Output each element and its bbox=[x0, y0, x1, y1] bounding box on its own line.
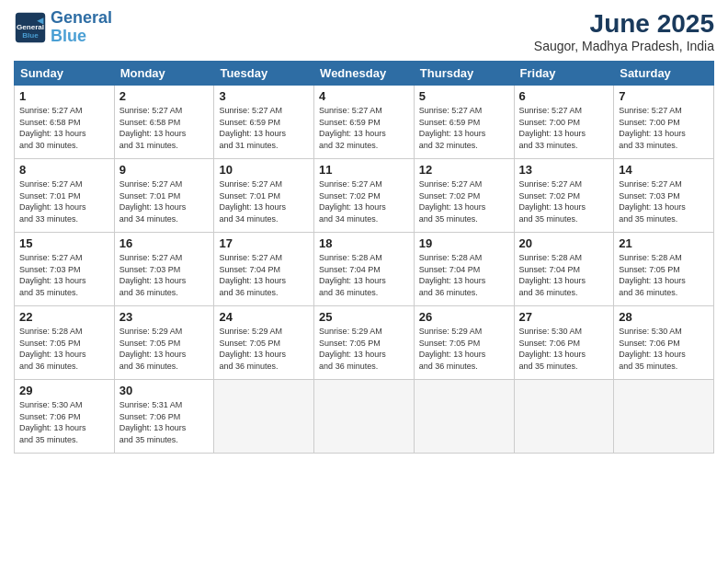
day-info: Sunrise: 5:27 AM Sunset: 6:58 PM Dayligh… bbox=[19, 105, 109, 151]
day-number: 1 bbox=[19, 89, 109, 103]
day-info: Sunrise: 5:27 AM Sunset: 7:03 PM Dayligh… bbox=[119, 252, 210, 298]
logo-icon: General Blue bbox=[14, 11, 47, 44]
day-info: Sunrise: 5:27 AM Sunset: 7:01 PM Dayligh… bbox=[219, 178, 309, 224]
header-saturday: Saturday bbox=[614, 62, 714, 86]
calendar-cell: 27Sunrise: 5:30 AM Sunset: 7:06 PM Dayli… bbox=[514, 306, 614, 380]
day-info: Sunrise: 5:27 AM Sunset: 7:02 PM Dayligh… bbox=[419, 178, 509, 224]
day-number: 16 bbox=[119, 236, 210, 250]
calendar-cell bbox=[514, 380, 614, 454]
day-info: Sunrise: 5:27 AM Sunset: 7:02 PM Dayligh… bbox=[519, 178, 609, 224]
calendar-cell: 9Sunrise: 5:27 AM Sunset: 7:01 PM Daylig… bbox=[114, 159, 214, 233]
day-info: Sunrise: 5:31 AM Sunset: 7:06 PM Dayligh… bbox=[119, 399, 210, 445]
day-number: 9 bbox=[119, 163, 210, 177]
day-info: Sunrise: 5:30 AM Sunset: 7:06 PM Dayligh… bbox=[519, 326, 609, 372]
header-row: Sunday Monday Tuesday Wednesday Thursday… bbox=[15, 62, 714, 86]
calendar-cell bbox=[614, 380, 714, 454]
day-number: 7 bbox=[619, 89, 709, 103]
day-number: 4 bbox=[319, 89, 409, 103]
calendar-cell: 22Sunrise: 5:28 AM Sunset: 7:05 PM Dayli… bbox=[15, 306, 115, 380]
calendar-week-1: 1Sunrise: 5:27 AM Sunset: 6:58 PM Daylig… bbox=[15, 86, 714, 159]
day-number: 30 bbox=[119, 384, 210, 397]
header-wednesday: Wednesday bbox=[314, 62, 415, 86]
calendar-cell bbox=[214, 380, 314, 454]
day-number: 3 bbox=[219, 89, 309, 103]
logo: General Blue GeneralBlue bbox=[14, 9, 112, 46]
day-number: 27 bbox=[519, 310, 609, 324]
calendar-cell: 20Sunrise: 5:28 AM Sunset: 7:04 PM Dayli… bbox=[514, 233, 614, 306]
day-info: Sunrise: 5:27 AM Sunset: 7:02 PM Dayligh… bbox=[319, 178, 409, 224]
calendar-title: June 2025 bbox=[534, 9, 714, 39]
header-tuesday: Tuesday bbox=[214, 62, 314, 86]
calendar-cell: 17Sunrise: 5:27 AM Sunset: 7:04 PM Dayli… bbox=[214, 233, 314, 306]
svg-text:General: General bbox=[17, 23, 44, 31]
day-info: Sunrise: 5:29 AM Sunset: 7:05 PM Dayligh… bbox=[319, 326, 409, 372]
calendar-cell: 21Sunrise: 5:28 AM Sunset: 7:05 PM Dayli… bbox=[614, 233, 714, 306]
svg-text:Blue: Blue bbox=[22, 31, 39, 40]
day-info: Sunrise: 5:27 AM Sunset: 6:59 PM Dayligh… bbox=[419, 105, 509, 151]
calendar-week-5: 29Sunrise: 5:30 AM Sunset: 7:06 PM Dayli… bbox=[15, 380, 714, 454]
day-number: 19 bbox=[419, 236, 509, 250]
day-info: Sunrise: 5:28 AM Sunset: 7:04 PM Dayligh… bbox=[519, 252, 609, 298]
day-number: 25 bbox=[319, 310, 409, 324]
day-info: Sunrise: 5:27 AM Sunset: 7:03 PM Dayligh… bbox=[19, 252, 109, 298]
calendar-table: Sunday Monday Tuesday Wednesday Thursday… bbox=[14, 61, 714, 454]
calendar-week-4: 22Sunrise: 5:28 AM Sunset: 7:05 PM Dayli… bbox=[15, 306, 714, 380]
header-sunday: Sunday bbox=[15, 62, 115, 86]
day-number: 24 bbox=[219, 310, 309, 324]
day-number: 8 bbox=[19, 163, 109, 177]
calendar-cell: 11Sunrise: 5:27 AM Sunset: 7:02 PM Dayli… bbox=[314, 159, 415, 233]
day-info: Sunrise: 5:27 AM Sunset: 7:00 PM Dayligh… bbox=[619, 105, 709, 151]
calendar-cell: 5Sunrise: 5:27 AM Sunset: 6:59 PM Daylig… bbox=[414, 86, 514, 159]
calendar-week-3: 15Sunrise: 5:27 AM Sunset: 7:03 PM Dayli… bbox=[15, 233, 714, 306]
calendar-cell: 23Sunrise: 5:29 AM Sunset: 7:05 PM Dayli… bbox=[114, 306, 214, 380]
calendar-cell: 24Sunrise: 5:29 AM Sunset: 7:05 PM Dayli… bbox=[214, 306, 314, 380]
day-info: Sunrise: 5:27 AM Sunset: 7:03 PM Dayligh… bbox=[619, 178, 709, 224]
day-number: 13 bbox=[519, 163, 609, 177]
day-number: 10 bbox=[219, 163, 309, 177]
title-block: June 2025 Saugor, Madhya Pradesh, India bbox=[534, 9, 714, 53]
day-info: Sunrise: 5:28 AM Sunset: 7:04 PM Dayligh… bbox=[419, 252, 509, 298]
header-thursday: Thursday bbox=[414, 62, 514, 86]
calendar-cell bbox=[314, 380, 415, 454]
calendar-cell: 28Sunrise: 5:30 AM Sunset: 7:06 PM Dayli… bbox=[614, 306, 714, 380]
calendar-cell: 3Sunrise: 5:27 AM Sunset: 6:59 PM Daylig… bbox=[214, 86, 314, 159]
calendar-cell: 1Sunrise: 5:27 AM Sunset: 6:58 PM Daylig… bbox=[15, 86, 115, 159]
header-monday: Monday bbox=[114, 62, 214, 86]
day-number: 29 bbox=[19, 384, 109, 397]
day-info: Sunrise: 5:30 AM Sunset: 7:06 PM Dayligh… bbox=[19, 399, 109, 445]
day-number: 23 bbox=[119, 310, 210, 324]
day-info: Sunrise: 5:27 AM Sunset: 6:59 PM Dayligh… bbox=[219, 105, 309, 151]
calendar-cell: 2Sunrise: 5:27 AM Sunset: 6:58 PM Daylig… bbox=[114, 86, 214, 159]
day-number: 22 bbox=[19, 310, 109, 324]
calendar-week-2: 8Sunrise: 5:27 AM Sunset: 7:01 PM Daylig… bbox=[15, 159, 714, 233]
day-number: 15 bbox=[19, 236, 109, 250]
day-number: 20 bbox=[519, 236, 609, 250]
calendar-cell: 12Sunrise: 5:27 AM Sunset: 7:02 PM Dayli… bbox=[414, 159, 514, 233]
calendar-subtitle: Saugor, Madhya Pradesh, India bbox=[534, 39, 714, 53]
day-info: Sunrise: 5:28 AM Sunset: 7:05 PM Dayligh… bbox=[19, 326, 109, 372]
day-number: 26 bbox=[419, 310, 509, 324]
calendar-cell: 8Sunrise: 5:27 AM Sunset: 7:01 PM Daylig… bbox=[15, 159, 115, 233]
day-info: Sunrise: 5:27 AM Sunset: 7:01 PM Dayligh… bbox=[119, 178, 210, 224]
day-info: Sunrise: 5:30 AM Sunset: 7:06 PM Dayligh… bbox=[619, 326, 709, 372]
day-number: 11 bbox=[319, 163, 409, 177]
calendar-cell: 7Sunrise: 5:27 AM Sunset: 7:00 PM Daylig… bbox=[614, 86, 714, 159]
day-number: 17 bbox=[219, 236, 309, 250]
day-info: Sunrise: 5:27 AM Sunset: 6:59 PM Dayligh… bbox=[319, 105, 409, 151]
day-info: Sunrise: 5:27 AM Sunset: 6:58 PM Dayligh… bbox=[119, 105, 210, 151]
day-info: Sunrise: 5:29 AM Sunset: 7:05 PM Dayligh… bbox=[419, 326, 509, 372]
calendar-cell: 15Sunrise: 5:27 AM Sunset: 7:03 PM Dayli… bbox=[15, 233, 115, 306]
day-number: 14 bbox=[619, 163, 709, 177]
day-info: Sunrise: 5:27 AM Sunset: 7:04 PM Dayligh… bbox=[219, 252, 309, 298]
calendar-cell: 6Sunrise: 5:27 AM Sunset: 7:00 PM Daylig… bbox=[514, 86, 614, 159]
day-info: Sunrise: 5:29 AM Sunset: 7:05 PM Dayligh… bbox=[119, 326, 210, 372]
page-container: General Blue GeneralBlue June 2025 Saugo… bbox=[0, 0, 728, 463]
day-number: 21 bbox=[619, 236, 709, 250]
calendar-cell: 25Sunrise: 5:29 AM Sunset: 7:05 PM Dayli… bbox=[314, 306, 415, 380]
day-number: 5 bbox=[419, 89, 509, 103]
calendar-cell: 14Sunrise: 5:27 AM Sunset: 7:03 PM Dayli… bbox=[614, 159, 714, 233]
calendar-cell: 18Sunrise: 5:28 AM Sunset: 7:04 PM Dayli… bbox=[314, 233, 415, 306]
header-friday: Friday bbox=[514, 62, 614, 86]
calendar-cell bbox=[414, 380, 514, 454]
day-info: Sunrise: 5:29 AM Sunset: 7:05 PM Dayligh… bbox=[219, 326, 309, 372]
